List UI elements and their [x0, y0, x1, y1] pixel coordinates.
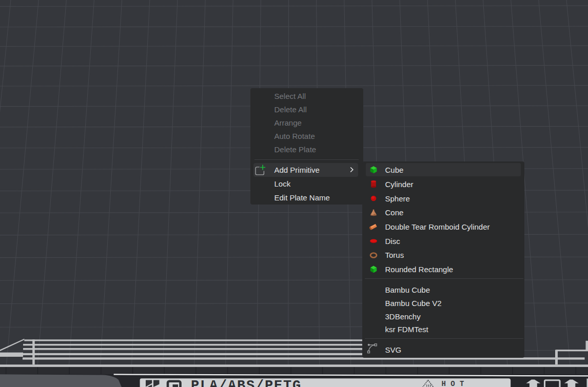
- svg-text:HOT: HOT: [442, 380, 469, 387]
- svg-text:PLA/ABS/PETG: PLA/ABS/PETG: [191, 378, 302, 387]
